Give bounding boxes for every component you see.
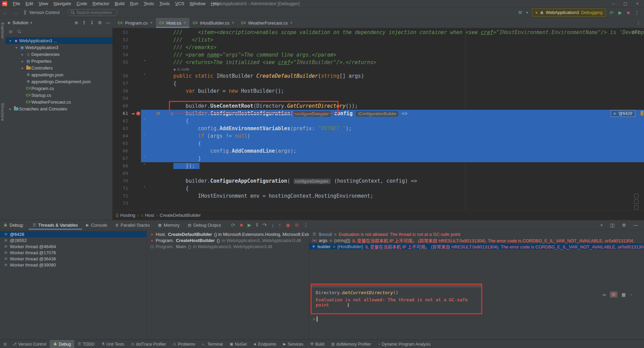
gutter-icons[interactable] (129, 162, 141, 170)
search-icon[interactable] (17, 30, 21, 33)
gutter-icons[interactable] (129, 117, 141, 125)
tree-chevron-icon[interactable]: ▸ (20, 66, 25, 70)
menu-build[interactable]: Build (112, 1, 127, 6)
gutter-icons[interactable]: →✓ (129, 110, 141, 117)
mute-breakpoints-icon[interactable]: ⊘ (295, 222, 299, 228)
status-item-version-control[interactable]: ⎇Version Control (9, 340, 50, 348)
line-number[interactable]: 52 (112, 36, 129, 44)
menu-window[interactable]: Window (187, 1, 208, 6)
debug-tab-threads-variables[interactable]: ☰Threads & Variables (29, 220, 82, 230)
menu-tests[interactable]: Tests (141, 1, 157, 6)
line-number[interactable]: 56 (112, 72, 129, 80)
status-item-dynamic-program-analysis[interactable]: ◔Dynamic Program Analysis (374, 340, 434, 348)
view-breakpoints-icon[interactable]: ◉ (286, 222, 290, 228)
tree-item-appsettings-development-json[interactable]: ⚙appsettings.Development.json (5, 78, 112, 85)
status-item-endpoints[interactable]: ◈Endpoints (250, 340, 280, 348)
fold-marker-icon[interactable]: ˆ (141, 155, 148, 162)
status-item-debug[interactable]: Debug (50, 340, 74, 348)
status-item-todo[interactable]: ☰TODO (74, 340, 98, 348)
breadcrumb-item-hosting[interactable]: ()Hosting (116, 213, 135, 218)
hide-icon[interactable]: — (633, 223, 638, 228)
breakpoint-icon[interactable]: ✓ (136, 111, 140, 116)
tab-host-cs[interactable]: C#Host.cs× (156, 18, 189, 28)
menu-run[interactable]: Run (127, 1, 141, 6)
solution-view-selector[interactable]: Solution (12, 20, 28, 25)
inspection-widget[interactable] (634, 194, 639, 210)
line-number[interactable]: 69 (112, 170, 129, 177)
gutter-icons[interactable] (129, 132, 141, 140)
gutter-icons[interactable] (129, 192, 141, 200)
tree-item-properties[interactable]: ▸▤Properties (5, 58, 112, 64)
il-code-hint[interactable]: ◈IL code (112, 66, 644, 72)
tab-program-cs[interactable]: C#Program.cs× (114, 18, 156, 28)
line-number[interactable]: 66 (112, 147, 129, 155)
status-item-problems[interactable]: ⚠Problems (170, 340, 199, 348)
line-number[interactable]: 71 (112, 185, 129, 192)
tree-chevron-icon[interactable]: ▸ (20, 59, 25, 63)
gutter-icons[interactable] (129, 87, 141, 95)
line-number[interactable]: 59 (112, 95, 129, 102)
step-into-icon[interactable]: ↓ (271, 222, 274, 228)
tree-item-webapplication3-[interactable]: ▾◆WebApplication3 ... (5, 37, 112, 44)
watch-icon[interactable]: ∞ (603, 292, 606, 297)
select-opened-file-icon[interactable]: ⊙ (9, 29, 13, 34)
line-number[interactable]: 70 (112, 177, 129, 185)
gutter-icons[interactable] (129, 155, 141, 162)
close-icon[interactable]: × (290, 20, 293, 25)
thread-row[interactable]: ≋Worker thread @39080 (0, 262, 146, 268)
editor-kebab-icon[interactable]: ⋮ (633, 18, 644, 28)
stripe-explorer-tab[interactable]: Explorer (1, 22, 5, 39)
debug-tab-memory[interactable]: ▦Memory (154, 220, 184, 230)
tree-item-program-cs[interactable]: C#Program.cs (5, 85, 112, 92)
fold-marker-icon[interactable]: ˇ (141, 72, 148, 80)
line-number[interactable]: 65 (112, 140, 129, 147)
line-number[interactable]: 54 (112, 51, 129, 59)
gutter-icons[interactable] (129, 177, 141, 185)
line-number[interactable]: 53 (112, 44, 129, 51)
menu-navigate[interactable]: Navigate (51, 1, 74, 6)
forward-icon[interactable]: → (10, 10, 20, 15)
gutter-icons[interactable] (129, 36, 141, 44)
status-item-build[interactable]: ⚒Build (307, 340, 328, 348)
breadcrumb-item-createdefaultbuilder[interactable]: CreateDefaultBuilder (160, 213, 201, 218)
minimize-button[interactable]: – (612, 1, 615, 6)
gutter-icons[interactable] (129, 125, 141, 132)
line-number[interactable]: 61 (112, 110, 129, 117)
chevron-down-icon[interactable]: ▾ (30, 21, 32, 25)
line-number[interactable]: 62 (112, 117, 129, 125)
menu-edit[interactable]: Edit (23, 1, 36, 6)
line-number[interactable]: 51 (112, 29, 129, 36)
line-number[interactable]: 63 (112, 125, 129, 132)
corner-icon[interactable]: ▦ (3, 342, 7, 347)
status-item-unit-tests[interactable]: ⚗Unit Tests (98, 340, 127, 348)
menu-vcs[interactable]: VCS (172, 1, 187, 6)
tree-item-dependencies[interactable]: ▸◇Dependencies (5, 51, 112, 58)
maximize-button[interactable]: ▢ (624, 1, 627, 6)
frame-row[interactable]: ▢Program.Main() in WebApplication3, WebA… (147, 243, 309, 249)
status-item-services[interactable]: ▶Services (280, 340, 307, 348)
debug-tab-debug-output[interactable]: ▤Debug Output (184, 220, 225, 230)
tab-weatherforecast-cs[interactable]: C#WeatherForecast.cs× (238, 18, 296, 28)
status-item-dottrace-profiler[interactable]: ◷dotTrace Profiler (128, 340, 170, 348)
code-editor[interactable]: 51/// <item><description>enables scope v… (112, 28, 644, 210)
back-icon[interactable]: ← (0, 10, 10, 15)
fold-marker-icon[interactable]: ˆ (141, 59, 148, 66)
settings-icon[interactable]: ⚙ (622, 223, 626, 228)
close-icon[interactable]: × (600, 223, 603, 228)
line-number[interactable]: 72 (112, 192, 129, 200)
line-number[interactable]: 67 (112, 155, 129, 162)
expand-all-icon[interactable]: ↥ (82, 20, 86, 25)
tree-item-appsettings-json[interactable]: ⚙appsettings.json (5, 71, 112, 78)
close-icon[interactable]: × (150, 20, 153, 25)
thread-row[interactable]: ≋@28552 (0, 237, 146, 243)
menu-tools[interactable]: Tools (157, 1, 172, 6)
pause-icon[interactable]: ‖ (256, 222, 258, 228)
resume-icon[interactable]: ▶ (248, 222, 251, 228)
debug-tab-parallel-stacks[interactable]: ≣Parallel Stacks (111, 220, 154, 230)
gutter-icons[interactable] (129, 147, 141, 155)
record-icon[interactable] (610, 291, 617, 298)
fold-marker-icon[interactable]: ˇ (141, 117, 148, 125)
breadcrumb-item-host[interactable]: ⌂Host (141, 213, 154, 218)
tree-item-webapplication3[interactable]: ▾▣WebApplication3 (5, 44, 112, 51)
tree-chevron-icon[interactable]: ▾ (7, 39, 13, 43)
